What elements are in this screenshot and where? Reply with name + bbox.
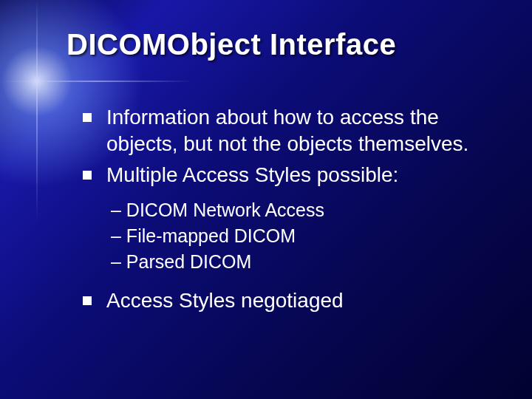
slide-title: DICOMObject Interface: [66, 28, 495, 61]
sub-bullet-text: Parsed DICOM: [126, 251, 251, 272]
slide: DICOMObject Interface Information about …: [0, 0, 532, 399]
bullet-text: Multiple Access Styles possible:: [106, 163, 398, 186]
list-item: Information about how to access the obje…: [83, 104, 495, 157]
bullet-text: Information about how to access the obje…: [106, 106, 468, 155]
list-item: DICOM Network Access: [111, 198, 495, 222]
list-item: Parsed DICOM: [111, 250, 495, 274]
bullet-text: Access Styles negotiaged: [106, 289, 344, 312]
bullet-list: Information about how to access the obje…: [66, 104, 495, 314]
list-item: File-mapped DICOM: [111, 224, 495, 248]
sub-bullet-list: DICOM Network Access File-mapped DICOM P…: [106, 198, 495, 274]
list-item: Access Styles negotiaged: [83, 287, 495, 314]
sub-bullet-text: DICOM Network Access: [126, 200, 324, 220]
sub-bullet-text: File-mapped DICOM: [126, 225, 296, 246]
list-item: Multiple Access Styles possible: DICOM N…: [83, 162, 495, 275]
